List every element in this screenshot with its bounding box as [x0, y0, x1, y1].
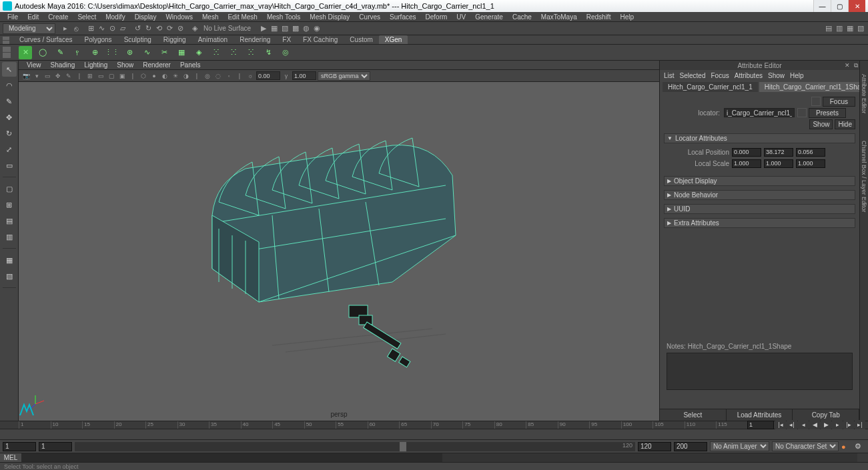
current-frame-input[interactable] — [747, 421, 774, 429]
shelf-tab-rendering[interactable]: Rendering — [234, 35, 276, 44]
rotate-tool[interactable]: ↻ — [2, 126, 17, 141]
range-end-input[interactable] — [674, 442, 707, 451]
viewport-menu-view[interactable]: View — [24, 61, 44, 69]
vp-exposure-input[interactable] — [256, 71, 280, 80]
local-position-x-input[interactable] — [732, 148, 761, 157]
local-position-z-input[interactable] — [796, 148, 825, 157]
vp-wireframe-icon[interactable]: ⬡ — [139, 71, 148, 81]
shelf-tab-polygons[interactable]: Polygons — [78, 35, 117, 44]
prefs-icon[interactable]: ⚙ — [855, 442, 865, 451]
ae-tab[interactable]: Hitch_Cargo_Carrier_ncl1_1 — [663, 82, 758, 92]
vp-xray-joints-icon[interactable]: ◦ — [224, 71, 234, 81]
window-minimize-button[interactable]: — — [813, 0, 831, 12]
shelf-nav-icon[interactable] — [3, 53, 11, 58]
render-frame-icon[interactable]: ▦ — [270, 24, 279, 33]
layout-custom-icon[interactable]: ▦ — [2, 253, 17, 267]
presets-button[interactable]: Presets — [809, 108, 846, 118]
xgen-clump-icon[interactable]: ⊛ — [123, 46, 136, 59]
menu-maxtomaya[interactable]: MaxToMaya — [536, 13, 582, 21]
vp-shadows-icon[interactable]: ◑ — [181, 71, 191, 81]
menu-cache[interactable]: Cache — [508, 13, 536, 21]
shelf-tab-rigging[interactable]: Rigging — [157, 35, 192, 44]
status-icon[interactable]: ▸ — [61, 24, 70, 33]
shelf-tab-xgen[interactable]: XGen — [379, 35, 408, 44]
vp-bookmark-icon[interactable]: ▾ — [32, 71, 41, 81]
panel-toggle-icon[interactable]: ▧ — [856, 24, 865, 33]
layout-four-icon[interactable]: ⊞ — [2, 197, 17, 212]
snap-curve-icon[interactable]: ∿ — [97, 24, 106, 33]
shelf-tab-fx-caching[interactable]: FX Caching — [297, 35, 344, 44]
script-editor-icon[interactable] — [857, 453, 868, 462]
last-tool[interactable]: ▭ — [2, 158, 17, 173]
shelf-tab-custom[interactable]: Custom — [344, 35, 378, 44]
viewport-menu-renderer[interactable]: Renderer — [140, 61, 173, 69]
focus-icon[interactable] — [811, 97, 821, 106]
goto-end-icon[interactable]: ▸| — [855, 420, 865, 429]
ae-menu-attributes[interactable]: Attributes — [735, 72, 763, 79]
menu-modify[interactable]: Modify — [101, 13, 129, 21]
range-slider[interactable]: 120 — [75, 442, 635, 451]
select-tool[interactable]: ↖ — [2, 62, 17, 77]
time-slider[interactable]: 1101520253035404550556065707580859095100… — [0, 421, 868, 429]
focus-button[interactable]: Focus — [823, 97, 855, 107]
scale-tool[interactable]: ⤢ — [2, 142, 17, 157]
menu-surfaces[interactable]: Surfaces — [385, 13, 420, 21]
range-start-input[interactable] — [3, 442, 36, 451]
shelf-tab-curves-surfaces[interactable]: Curves / Surfaces — [13, 35, 78, 44]
menu-uv[interactable]: UV — [452, 13, 470, 21]
xgen-icon[interactable]: ✕ — [19, 46, 32, 59]
vp-camera-icon[interactable]: 📷 — [21, 71, 31, 81]
status-icon[interactable]: ⎋ — [71, 24, 81, 33]
playback-start-input[interactable] — [39, 442, 72, 451]
select-button[interactable]: Select — [660, 409, 727, 421]
layout-single-icon[interactable]: ▢ — [2, 181, 17, 196]
layout-two-icon[interactable]: ▤ — [2, 213, 17, 228]
vp-2d-pan-icon[interactable]: ✥ — [53, 71, 63, 81]
panel-toggle-icon[interactable]: ▤ — [824, 24, 833, 33]
step-back-key-icon[interactable]: ◂| — [787, 420, 797, 429]
local-scale-y-input[interactable] — [764, 159, 793, 168]
xgen-convert-icon[interactable]: ◎ — [279, 46, 292, 59]
menu-create[interactable]: Create — [43, 13, 73, 21]
ae-menu-list[interactable]: List — [664, 72, 675, 79]
ae-menu-focus[interactable]: Focus — [711, 72, 729, 79]
live-surface-icon[interactable]: ◈ — [190, 24, 199, 33]
render-ipr-icon[interactable]: ▧ — [280, 24, 290, 33]
workspace-selector[interactable]: Modeling — [3, 23, 55, 34]
panel-toggle-icon[interactable]: ▥ — [835, 24, 844, 33]
vp-xray-icon[interactable]: ◌ — [213, 71, 223, 81]
vp-colorspace-select[interactable]: sRGB gamma — [318, 71, 370, 81]
side-tab-attribute-editor[interactable]: Attribute Editor — [861, 74, 867, 114]
menu-redshift[interactable]: Redshift — [582, 13, 616, 21]
menu-file[interactable]: File — [3, 13, 23, 21]
vp-textured-icon[interactable]: ◐ — [160, 71, 169, 81]
menu-windows[interactable]: Windows — [161, 13, 197, 21]
shelf-options-icon[interactable] — [3, 37, 9, 40]
xgen-grass-icon[interactable]: ⵘ — [227, 46, 240, 59]
history-icon[interactable]: ⟲ — [154, 24, 163, 33]
vp-image-plane-icon[interactable]: ▭ — [43, 71, 52, 81]
vp-exposure-icon[interactable]: ☼ — [246, 71, 255, 81]
command-input[interactable] — [21, 453, 442, 462]
xgen-grass-icon[interactable]: ⵘ — [209, 46, 223, 59]
menu-curves[interactable]: Curves — [354, 13, 385, 21]
menu-mesh-tools[interactable]: Mesh Tools — [262, 13, 305, 21]
snap-point-icon[interactable]: ⊙ — [107, 24, 117, 33]
snap-plane-icon[interactable]: ▱ — [118, 24, 127, 33]
hide-button[interactable]: Hide — [835, 119, 855, 129]
layout-outliner-icon[interactable]: ▥ — [2, 229, 17, 244]
section-locator-attributes[interactable]: ▼Locator Attributes — [664, 133, 855, 143]
play-forward-icon[interactable]: ▶ — [821, 420, 831, 429]
paint-select-tool[interactable]: ✎ — [2, 94, 17, 109]
show-button[interactable]: Show — [809, 119, 833, 129]
shelf-options-icon[interactable] — [3, 41, 9, 44]
vp-gamma-input[interactable] — [292, 71, 316, 80]
play-back-icon[interactable]: ◀ — [809, 420, 820, 429]
script-language-label[interactable]: MEL — [0, 453, 21, 462]
vp-film-gate-icon[interactable]: ▭ — [96, 71, 105, 81]
shelf-nav-icon[interactable] — [3, 47, 11, 52]
history-icon[interactable]: ↺ — [133, 24, 142, 33]
anim-layer-select[interactable]: No Anim Layer — [710, 441, 769, 451]
goto-start-icon[interactable]: |◂ — [775, 420, 786, 429]
hypershade-icon[interactable]: ◉ — [312, 24, 322, 33]
